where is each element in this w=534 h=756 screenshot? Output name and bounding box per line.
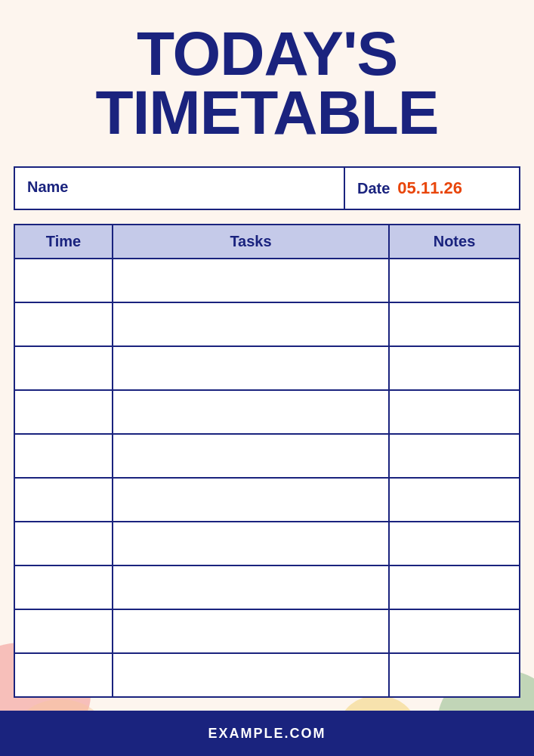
notes-cell[interactable] [389,478,520,522]
table-row [14,346,520,390]
time-cell[interactable] [14,434,113,478]
name-date-row: Name Date 05.11.26 [14,166,520,210]
notes-cell[interactable] [389,302,520,346]
date-label: Date [357,180,390,197]
col-header-notes: Notes [389,225,520,259]
notes-cell[interactable] [389,522,520,565]
tasks-cell[interactable] [113,522,389,565]
table-row [14,565,520,609]
footer-text: EXAMPLE.COM [208,726,326,742]
tasks-cell[interactable] [113,609,389,653]
tasks-cell[interactable] [113,434,389,478]
time-cell[interactable] [14,522,113,565]
tasks-cell[interactable] [113,346,389,390]
time-cell[interactable] [14,302,113,346]
table-row [14,434,520,478]
table-header-row: Time Tasks Notes [14,225,520,259]
time-cell[interactable] [14,259,113,302]
table-row [14,478,520,522]
col-header-time: Time [14,225,113,259]
tasks-cell[interactable] [113,478,389,522]
table-row [14,609,520,653]
table-row [14,522,520,565]
table-row [14,259,520,302]
notes-cell[interactable] [389,390,520,434]
time-cell[interactable] [14,653,113,697]
footer: EXAMPLE.COM [0,711,534,756]
time-cell[interactable] [14,478,113,522]
date-value: 05.11.26 [397,178,462,198]
date-cell: Date 05.11.26 [345,168,519,209]
page-title: TODAY'S TIMETABLE [95,24,438,142]
time-cell[interactable] [14,390,113,434]
tasks-cell[interactable] [113,390,389,434]
time-cell[interactable] [14,346,113,390]
notes-cell[interactable] [389,434,520,478]
table-row [14,653,520,697]
notes-cell[interactable] [389,609,520,653]
title-line2: TIMETABLE [95,83,438,142]
col-header-tasks: Tasks [113,225,389,259]
table-row [14,302,520,346]
notes-cell[interactable] [389,653,520,697]
tasks-cell[interactable] [113,653,389,697]
table-row [14,390,520,434]
notes-cell[interactable] [389,346,520,390]
notes-cell[interactable] [389,259,520,302]
tasks-cell[interactable] [113,259,389,302]
tasks-cell[interactable] [113,302,389,346]
header: TODAY'S TIMETABLE [0,0,534,166]
time-cell[interactable] [14,565,113,609]
title-line1: TODAY'S [95,24,438,83]
time-cell[interactable] [14,609,113,653]
timetable: Time Tasks Notes [14,224,520,698]
name-label: Name [15,168,345,209]
notes-cell[interactable] [389,565,520,609]
tasks-cell[interactable] [113,565,389,609]
